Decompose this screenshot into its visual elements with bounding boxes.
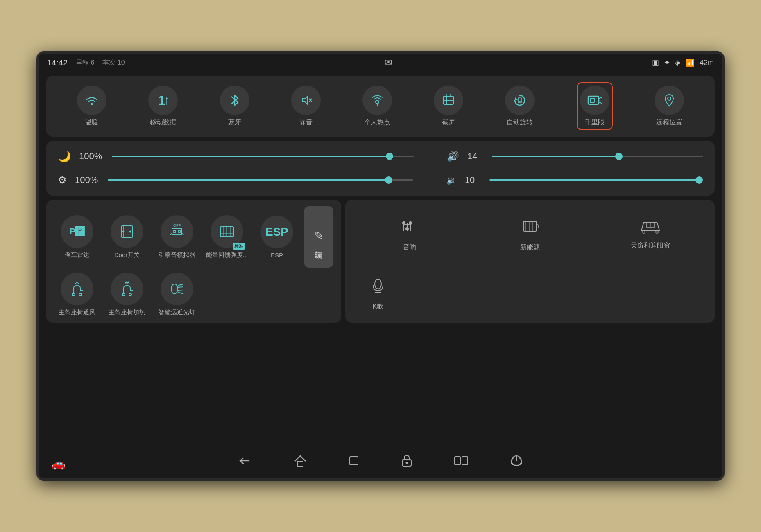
energy-icon: 标准: [211, 215, 243, 248]
hotspot-icon-circle: [362, 86, 392, 115]
moon-icon: 🌙: [58, 150, 71, 163]
brightness2-track[interactable]: [108, 179, 413, 181]
quick-btn-wifi[interactable]: 温暖: [77, 86, 106, 127]
svg-line-36: [178, 291, 183, 291]
parking-radar-icon: P🅿: [61, 215, 93, 248]
status-center-icon: ✉: [385, 57, 392, 68]
edit-btn[interactable]: ✎ 编辑: [304, 206, 333, 268]
engine-sound-btn[interactable]: OFF 引擎音模拟器: [154, 215, 199, 259]
mileage-info: 里程 6: [76, 59, 94, 67]
quick-btn-hotspot[interactable]: 个人热点: [362, 86, 392, 127]
quick-btn-autorotate[interactable]: 自动旋转: [505, 86, 535, 127]
energy-label: 能量回馈强度...: [206, 251, 248, 259]
sunroof-btn[interactable]: 天窗和遮阳帘: [594, 206, 707, 263]
door-icon: [111, 215, 143, 248]
time-display: 14:42: [47, 58, 68, 68]
svg-point-42: [402, 221, 405, 225]
nav-bar: 🚗: [39, 446, 722, 478]
trip-info: 车次 10: [102, 59, 125, 67]
svg-point-55: [375, 279, 381, 289]
svg-rect-14: [590, 98, 594, 102]
svg-point-61: [406, 462, 408, 464]
new-energy-label: 新能源: [520, 243, 540, 252]
quick-btn-location[interactable]: 远程位置: [655, 86, 684, 127]
screen-icon: ▣: [652, 58, 659, 67]
seat-vent-label: 主驾座椅通风: [59, 309, 95, 316]
svg-rect-62: [455, 457, 460, 465]
quick-btn-mobile[interactable]: 1↑ 移动数据: [148, 86, 178, 127]
seat-heat-btn[interactable]: 主驾座椅加热: [104, 273, 149, 316]
right-panel-divider: [353, 267, 707, 267]
svg-point-20: [178, 230, 181, 233]
nav-recent-btn[interactable]: [348, 455, 360, 469]
wifi-icon-circle: [77, 86, 106, 115]
svg-point-3: [376, 100, 379, 104]
quick-btn-screenshot[interactable]: 截屏: [434, 86, 463, 127]
nav-dual-btn[interactable]: [454, 455, 469, 469]
vol1-track[interactable]: [492, 156, 703, 157]
location-icon-circle: [655, 86, 684, 115]
new-energy-icon: [521, 217, 539, 239]
svg-point-30: [122, 293, 125, 296]
status-right: ▣ ✦ ◈ 📶 42m: [652, 58, 714, 67]
quick-btn-qianliyan[interactable]: 千里眼: [577, 82, 613, 130]
svg-line-33: [178, 284, 183, 286]
controls-row-2: 主驾座椅通风 主驾座椅加热: [54, 273, 333, 316]
controls-panel: P🅿 倒车雷达 Door开关: [46, 200, 341, 323]
energy-btn[interactable]: 标准 能量回馈强度...: [204, 215, 249, 259]
controls-row-1: P🅿 倒车雷达 Door开关: [54, 206, 333, 268]
svg-rect-63: [462, 457, 468, 465]
esp-icon: ESP: [260, 216, 293, 248]
quick-settings-panel: 温暖 1↑ 移动数据 蓝牙: [46, 76, 715, 137]
bt-icon: ✦: [664, 58, 670, 67]
audio-label: 音响: [403, 243, 416, 252]
svg-point-17: [129, 230, 131, 232]
svg-point-43: [409, 221, 412, 225]
svg-point-31: [129, 293, 131, 296]
svg-point-54: [656, 231, 658, 233]
nav-power-btn[interactable]: [510, 454, 523, 471]
esp-label: ESP: [271, 252, 283, 259]
engine-sound-label: 引擎音模拟器: [159, 251, 195, 259]
tablet-frame: 14:42 里程 6 车次 10 ✉ ▣ ✦ ◈ 📶 42m: [36, 51, 725, 481]
qianliyan-icon-circle: [580, 86, 609, 115]
status-left: 14:42 里程 6 车次 10: [47, 58, 125, 68]
brightness2-icon: ⚙: [58, 174, 67, 186]
nav-car-icon: 🚗: [51, 457, 66, 470]
sunroof-icon: [640, 219, 661, 237]
nav-home-btn[interactable]: [293, 454, 307, 471]
svg-point-44: [405, 227, 409, 230]
esp-btn[interactable]: ESP ESP: [254, 216, 299, 259]
quick-btn-bluetooth[interactable]: 蓝牙: [220, 86, 249, 127]
seat-vent-icon: [61, 273, 93, 305]
svg-rect-12: [588, 96, 599, 104]
nav-back-btn[interactable]: [238, 455, 252, 470]
vol2-val: 10: [465, 175, 481, 185]
mute-icon-circle: [291, 86, 321, 115]
quick-btn-mute[interactable]: 静音: [291, 86, 321, 127]
brightness-track[interactable]: [112, 156, 414, 157]
svg-marker-9: [515, 97, 518, 100]
svg-point-53: [643, 231, 645, 233]
right-row-2: K歌: [353, 271, 707, 316]
seat-vent-btn[interactable]: 主驾座椅通风: [54, 273, 100, 316]
audio-icon: [401, 217, 419, 239]
door-btn[interactable]: Door开关: [104, 215, 149, 259]
karaoke-btn[interactable]: K歌: [353, 271, 403, 316]
vol1-val: 14: [467, 151, 484, 162]
right-row-1: 音响 新能源: [353, 206, 707, 263]
main-content: 温暖 1↑ 移动数据 蓝牙: [39, 72, 722, 327]
vol2-track[interactable]: [489, 179, 703, 181]
svg-rect-59: [350, 457, 358, 465]
svg-line-34: [178, 287, 183, 287]
parking-radar-btn[interactable]: P🅿 倒车雷达: [54, 215, 100, 259]
nav-lock-btn[interactable]: [401, 454, 413, 471]
karaoke-icon: [369, 277, 387, 298]
bluetooth-label: 蓝牙: [228, 118, 241, 127]
seat-heat-label: 主驾座椅加热: [109, 309, 145, 316]
audio-btn[interactable]: 音响: [353, 206, 466, 263]
headlight-btn[interactable]: 智能远近光灯: [154, 273, 199, 316]
engine-sound-icon: OFF: [161, 215, 193, 248]
new-energy-btn[interactable]: 新能源: [474, 206, 586, 263]
mobile-icon-circle: 1↑: [148, 86, 178, 115]
